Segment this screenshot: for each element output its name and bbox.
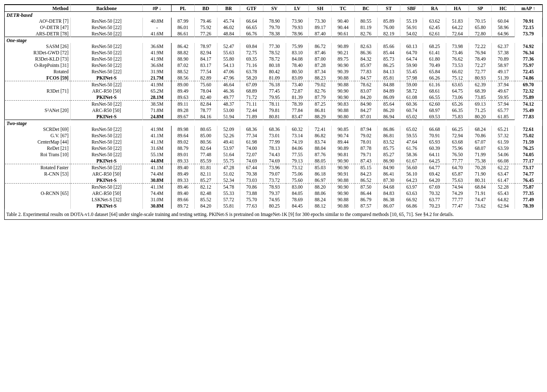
metric-cell: 87.46: [309, 49, 332, 56]
method-cell: [5, 94, 71, 101]
method-cell: CenterMap [44]: [5, 139, 71, 145]
metric-cell: 88.52: [172, 68, 194, 75]
method-cell: Rotated Faster: [5, 164, 71, 171]
metric-cell: 61.59: [492, 139, 515, 145]
params-cell: 21.7M: [142, 75, 171, 81]
metric-cell: 47.64: [400, 139, 423, 145]
table-row: PKINet-S28.1M89.6382.4049.7771.7279.9581…: [5, 94, 542, 101]
metric-cell: 87.30: [377, 177, 400, 184]
metric-cell: 90.89: [332, 145, 354, 151]
metric-cell: 89.40: [172, 164, 194, 171]
metric-cell: 87.94: [354, 126, 377, 132]
method-cell: [5, 177, 71, 184]
map-cell: 72.45: [515, 68, 542, 75]
table-row: SCRDet [69]ResNet-50 [22]41.9M89.9880.65…: [5, 126, 542, 132]
metric-cell: 75.60: [286, 177, 308, 184]
metric-cell: 84.16: [194, 113, 217, 120]
metric-cell: 71.25: [469, 107, 492, 113]
metric-cell: 87.79: [309, 94, 332, 101]
method-cell: SCRDet [69]: [5, 126, 71, 132]
metric-cell: 86.81: [377, 132, 400, 139]
metric-cell: 90.85: [332, 126, 354, 132]
metric-cell: 71.16: [240, 62, 263, 68]
metric-cell: 90.88: [332, 203, 354, 209]
metric-cell: 87.02: [172, 62, 194, 68]
col-params: #P ↓: [142, 5, 171, 12]
metric-cell: 76.00: [377, 24, 400, 30]
metric-cell: 64.82: [492, 196, 515, 203]
metric-cell: 72.44: [240, 107, 263, 113]
metric-cell: 86.42: [172, 43, 194, 49]
backbone-cell: PKINet-S: [70, 203, 142, 209]
table-row: S²ANet [20]ARC-R50 [50]71.8M89.2878.7753…: [5, 107, 542, 113]
metric-cell: 90.21: [332, 49, 354, 56]
metric-cell: 88.05: [309, 157, 332, 164]
metric-cell: 75.96: [446, 145, 469, 151]
map-cell: 76.25: [515, 145, 542, 151]
metric-cell: 87.50: [354, 184, 377, 190]
params-cell: 44.8M: [142, 157, 171, 164]
table-row: ARS-DETR [78]ResNet-50 [22]41.6M86.6177.…: [5, 30, 542, 37]
metric-cell: 78.11: [263, 101, 286, 107]
table-row: Rotated FasterResNet-50 [22]41.1M89.4081…: [5, 164, 542, 171]
metric-cell: 61.08: [400, 94, 423, 101]
metric-cell: 79.07: [263, 171, 286, 177]
metric-cell: 49.17: [492, 68, 515, 75]
metric-cell: 55.75: [217, 157, 240, 164]
params-cell: -: [142, 24, 171, 30]
metric-cell: 70.89: [492, 56, 515, 62]
metric-cell: 87.00: [309, 56, 332, 62]
metric-cell: 59.95: [492, 94, 515, 101]
method-cell: [5, 101, 71, 107]
metric-cell: 83.74: [309, 139, 332, 145]
metric-cell: 58.72: [400, 88, 423, 94]
metric-cell: 61.85: [492, 113, 515, 120]
map-cell: 74.92: [515, 43, 542, 49]
table-row: R3Det-KLD [73]ResNet-50 [22]41.9M88.9084…: [5, 56, 542, 62]
map-cell: 75.87: [515, 184, 542, 190]
metric-cell: 68.25: [423, 43, 446, 49]
map-cell: 75.89: [515, 94, 542, 101]
metric-cell: 71.91: [469, 190, 492, 196]
metric-cell: 82.64: [194, 145, 217, 151]
metric-cell: 82.40: [194, 94, 217, 101]
backbone-cell: ResNet-50 [22]: [70, 139, 142, 145]
metric-cell: 74.47: [469, 196, 492, 203]
metric-cell: 60.04: [492, 18, 515, 24]
metric-cell: 86.44: [354, 190, 377, 196]
metric-cell: 65.43: [492, 190, 515, 196]
metric-cell: 85.52: [194, 196, 217, 203]
metric-cell: 45.74: [217, 18, 240, 24]
metric-cell: 58.97: [492, 62, 515, 68]
metric-cell: 80.55: [354, 18, 377, 24]
metric-cell: 89.49: [172, 171, 194, 177]
backbone-cell: ResNet-50 [22]: [70, 56, 142, 62]
metric-cell: 77.45: [263, 88, 286, 94]
map-cell: 77.49: [515, 196, 542, 203]
table-row: PKINet-S30.8M89.3385.2752.3473.0373.7275…: [5, 177, 542, 184]
metric-cell: 83.17: [194, 62, 217, 68]
metric-cell: 67.69: [423, 184, 446, 190]
backbone-cell: ResNet-50 [22]: [70, 81, 142, 88]
metric-cell: 51.83: [446, 18, 469, 24]
section-label: DETR-based: [5, 12, 515, 18]
metric-cell: 84.90: [354, 101, 377, 107]
metric-cell: 87.57: [354, 203, 377, 209]
metric-cell: 47.96: [217, 75, 240, 81]
metric-cell: 78.90: [263, 18, 286, 24]
col-br: BR: [217, 5, 240, 12]
metric-cell: 90.74: [332, 132, 354, 139]
backbone-cell: ResNet-50 [22]: [70, 49, 142, 56]
metric-cell: 86.94: [377, 113, 400, 120]
metric-cell: 73.90: [286, 18, 308, 24]
metric-cell: 61.76: [400, 145, 423, 151]
metric-cell: 73.46: [446, 49, 469, 56]
metric-cell: 84.08: [286, 56, 308, 62]
metric-cell: 67.09: [240, 81, 263, 88]
metric-cell: 64.70: [446, 164, 469, 171]
metric-cell: 64.20: [423, 177, 446, 184]
map-cell: 73.17: [515, 164, 542, 171]
table-row: CenterMap [44]ResNet-50 [22]41.1M89.0280…: [5, 139, 542, 145]
metric-cell: 67.07: [469, 139, 492, 145]
metric-cell: 87.01: [354, 113, 377, 120]
